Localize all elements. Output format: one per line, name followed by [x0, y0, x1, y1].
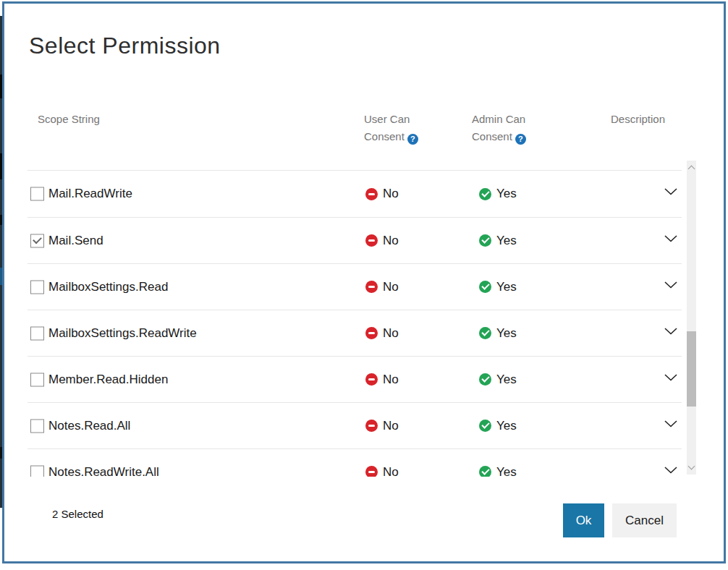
scope-label: Notes.Read.All — [48, 419, 130, 433]
table-row: Member.Read.Hidden No Yes — [27, 356, 682, 402]
consent-value: Yes — [496, 326, 517, 341]
block-icon — [365, 327, 378, 339]
scope-label: Mail.ReadWrite — [48, 187, 132, 201]
scope-label: Notes.ReadWrite.All — [48, 465, 159, 477]
consent-value: Yes — [496, 465, 517, 477]
row-checkbox[interactable] — [30, 187, 44, 201]
table-row: Notes.Read.All No Yes — [27, 402, 682, 448]
chevron-down-icon[interactable] — [688, 463, 695, 470]
chevron-down-icon — [664, 281, 677, 289]
consent-value: No — [383, 465, 399, 477]
expand-row-button[interactable] — [661, 323, 680, 339]
user-consent-cell: No — [365, 187, 399, 201]
consent-value: Yes — [496, 234, 517, 248]
cancel-button[interactable]: Cancel — [612, 503, 677, 537]
block-icon — [365, 466, 378, 477]
row-checkbox[interactable] — [30, 280, 44, 294]
check-circle-icon — [479, 188, 491, 200]
check-circle-icon — [479, 327, 491, 339]
expand-row-button[interactable] — [661, 370, 680, 386]
check-circle-icon — [479, 373, 491, 386]
chevron-down-icon — [664, 374, 677, 381]
column-header-user-can-consent: User Can Consent — [364, 111, 451, 145]
admin-consent-cell: Yes — [479, 373, 517, 387]
scrollbar[interactable] — [687, 161, 696, 475]
table-row: MailboxSettings.Read No Yes — [27, 263, 682, 310]
check-circle-icon — [479, 281, 491, 293]
scope-label: Member.Read.Hidden — [48, 373, 168, 387]
block-icon — [365, 373, 378, 386]
consent-value: No — [383, 419, 399, 433]
block-icon — [365, 188, 378, 200]
user-consent-cell: No — [365, 373, 399, 387]
admin-consent-cell: Yes — [479, 187, 517, 201]
admin-consent-cell: Yes — [479, 234, 517, 248]
chevron-down-icon — [664, 420, 677, 428]
row-checkbox[interactable] — [30, 326, 44, 340]
block-icon — [365, 420, 378, 432]
user-consent-cell: No — [365, 419, 399, 433]
expand-row-button[interactable] — [661, 231, 680, 247]
table-row: Notes.ReadWrite.All No Yes — [27, 448, 682, 477]
chevron-down-icon — [664, 467, 677, 474]
consent-value: No — [383, 280, 399, 294]
scrollbar-thumb[interactable] — [687, 331, 696, 407]
check-circle-icon — [479, 234, 491, 247]
consent-value: No — [383, 187, 399, 201]
user-consent-cell: No — [365, 465, 399, 477]
column-header-description: Description — [611, 111, 665, 128]
row-checkbox[interactable] — [30, 373, 44, 386]
chevron-down-icon — [664, 328, 677, 335]
admin-consent-cell: Yes — [479, 326, 517, 341]
page-title: Select Permission — [29, 33, 221, 59]
check-circle-icon — [479, 420, 491, 432]
consent-value: Yes — [496, 419, 517, 433]
block-icon — [365, 281, 378, 293]
scope-label: MailboxSettings.Read — [48, 280, 168, 294]
help-icon[interactable] — [515, 134, 526, 145]
block-icon — [365, 234, 378, 247]
consent-value: No — [383, 326, 399, 341]
consent-value: No — [383, 234, 399, 248]
scope-label: Mail.Send — [48, 234, 103, 248]
help-icon[interactable] — [407, 134, 418, 145]
selected-count-label: 2 Selected — [52, 508, 103, 520]
chevron-down-icon — [664, 235, 677, 242]
row-checkbox[interactable] — [30, 465, 44, 477]
check-circle-icon — [479, 466, 491, 477]
select-permission-dialog: Select Permission Scope String User Can … — [2, 1, 726, 563]
user-consent-cell: No — [365, 326, 399, 341]
column-header-scope-string: Scope String — [38, 111, 100, 128]
consent-value: Yes — [496, 187, 517, 201]
expand-row-button[interactable] — [661, 416, 680, 432]
consent-value: No — [383, 373, 399, 387]
consent-value: Yes — [496, 373, 517, 387]
scope-label: MailboxSettings.ReadWrite — [48, 326, 197, 341]
user-consent-cell: No — [365, 280, 399, 294]
column-header-admin-can-consent: Admin Can Consent — [472, 111, 559, 145]
row-checkbox[interactable] — [30, 234, 44, 247]
row-checkbox[interactable] — [30, 419, 44, 433]
chevron-up-icon[interactable] — [688, 166, 695, 173]
table-row: MailboxSettings.ReadWrite No Yes — [27, 310, 682, 356]
expand-row-button[interactable] — [661, 462, 680, 477]
permission-table-body: Mail.ReadWrite No Yes Mail.Send No Yes — [27, 170, 682, 477]
table-row: Mail.Send No Yes — [27, 217, 682, 263]
consent-value: Yes — [496, 280, 517, 294]
table-row: Mail.ReadWrite No Yes — [27, 171, 682, 217]
admin-consent-cell: Yes — [479, 280, 517, 294]
chevron-down-icon — [664, 188, 677, 195]
admin-consent-cell: Yes — [479, 465, 517, 477]
admin-consent-cell: Yes — [479, 419, 517, 433]
ok-button[interactable]: Ok — [563, 503, 604, 537]
expand-row-button[interactable] — [661, 184, 680, 200]
expand-row-button[interactable] — [661, 277, 680, 293]
user-consent-cell: No — [365, 234, 399, 248]
